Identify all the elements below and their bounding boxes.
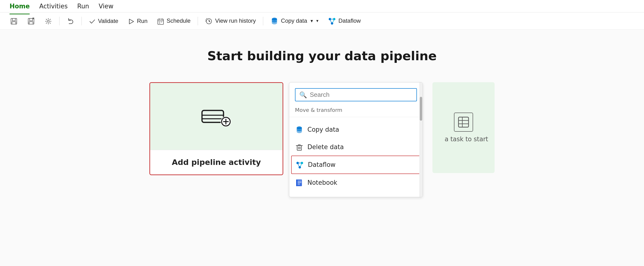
activity-dropdown-panel: 🔍 Move & transform Copy data Delete data (289, 82, 423, 197)
page-title: Start building your data pipeline (207, 49, 437, 63)
svg-line-23 (330, 20, 331, 22)
save-as-icon (27, 17, 35, 25)
dataflow-icon (328, 16, 336, 25)
schedule-button[interactable]: Schedule (153, 14, 195, 27)
menu-item-view[interactable]: View (95, 1, 117, 11)
svg-line-24 (333, 20, 334, 22)
table-preview-icon (454, 112, 473, 132)
dataflow-item-label: Dataflow (308, 161, 336, 168)
run-label: Run (137, 18, 148, 24)
save-button[interactable] (6, 14, 22, 28)
svg-line-17 (206, 20, 206, 20)
settings-icon (44, 17, 52, 25)
divider-1 (59, 17, 60, 25)
svg-point-21 (331, 22, 333, 24)
svg-rect-9 (158, 19, 164, 24)
schedule-icon (157, 17, 164, 25)
right-card-hint: a task to start (432, 82, 494, 173)
run-icon (128, 17, 134, 25)
svg-rect-1 (12, 18, 15, 21)
dataflow-button[interactable]: Dataflow (324, 14, 365, 28)
copy-data-label: Copy data (281, 18, 307, 24)
svg-rect-50 (458, 117, 468, 127)
history-icon (205, 17, 213, 25)
copy-data-item-label: Copy data (308, 126, 339, 133)
pipeline-card-label: Add pipeline activity (172, 158, 261, 167)
delete-data-item-label: Delete data (308, 144, 344, 150)
divider-3 (198, 17, 198, 25)
dropdown-item-notebook[interactable]: Notebook (289, 174, 423, 192)
settings-button[interactable] (40, 14, 56, 28)
main-content: Start building your data pipeline (0, 30, 644, 266)
scrollbar-thumb[interactable] (420, 97, 422, 121)
search-icon: 🔍 (299, 91, 307, 98)
schedule-label: Schedule (166, 18, 190, 24)
validate-button[interactable]: Validate (84, 14, 123, 28)
menu-bar: Home Activities Run View (0, 0, 644, 12)
save-icon (10, 17, 18, 25)
check-icon (89, 17, 96, 25)
scrollbar-track[interactable] (419, 82, 423, 197)
undo-icon (67, 17, 74, 25)
view-run-history-button[interactable]: View run history (201, 14, 260, 28)
cards-row: Add pipeline activity 🔍 Move & transform… (150, 82, 494, 197)
save-as-button[interactable] (23, 14, 39, 28)
divider-4 (263, 17, 263, 25)
dataflow-label: Dataflow (338, 18, 361, 24)
search-input[interactable] (310, 91, 412, 98)
dropdown-item-delete-data[interactable]: Delete data (289, 138, 423, 156)
svg-point-20 (333, 18, 336, 20)
undo-button[interactable] (62, 14, 79, 28)
svg-line-44 (300, 164, 302, 166)
dataflow-item-icon (296, 160, 304, 169)
pipeline-card-icon-area (150, 83, 282, 150)
menu-item-home[interactable]: Home (6, 1, 34, 11)
svg-line-43 (298, 164, 299, 166)
copy-data-button[interactable]: Copy data ▾ (266, 14, 322, 28)
svg-rect-46 (296, 180, 297, 186)
add-pipeline-activity-card[interactable]: Add pipeline activity (150, 82, 283, 175)
svg-point-39 (296, 162, 299, 164)
notebook-item-icon (295, 178, 304, 187)
svg-point-40 (301, 162, 303, 164)
menu-item-activities[interactable]: Activities (36, 1, 72, 11)
validate-label: Validate (98, 18, 118, 24)
copy-data-item-icon (295, 125, 304, 134)
svg-rect-5 (29, 22, 33, 24)
notebook-item-label: Notebook (308, 179, 337, 186)
run-button[interactable]: Run (124, 14, 152, 28)
delete-data-item-icon (295, 143, 304, 152)
toolbar: Validate Run Schedule View run history C… (0, 12, 644, 30)
view-run-history-label: View run history (215, 18, 256, 24)
menu-item-run[interactable]: Run (74, 1, 93, 11)
divider-2 (82, 17, 82, 25)
svg-point-7 (47, 20, 49, 22)
svg-marker-8 (129, 19, 134, 24)
svg-point-41 (298, 166, 301, 168)
svg-rect-25 (202, 110, 224, 122)
search-box[interactable]: 🔍 (295, 88, 417, 101)
copy-data-dropdown-icon: ▾ (310, 18, 313, 24)
svg-rect-2 (12, 22, 16, 24)
svg-rect-4 (30, 18, 32, 21)
section-label-move-transform: Move & transform (289, 107, 423, 117)
copy-data-icon (270, 16, 278, 25)
task-hint-text: a task to start (445, 136, 488, 143)
dropdown-item-dataflow[interactable]: Dataflow (291, 156, 421, 174)
svg-point-19 (329, 18, 331, 20)
dropdown-item-copy-data[interactable]: Copy data (289, 121, 423, 138)
pipeline-card-bottom: Add pipeline activity (150, 150, 282, 174)
pipeline-add-icon (201, 104, 232, 128)
